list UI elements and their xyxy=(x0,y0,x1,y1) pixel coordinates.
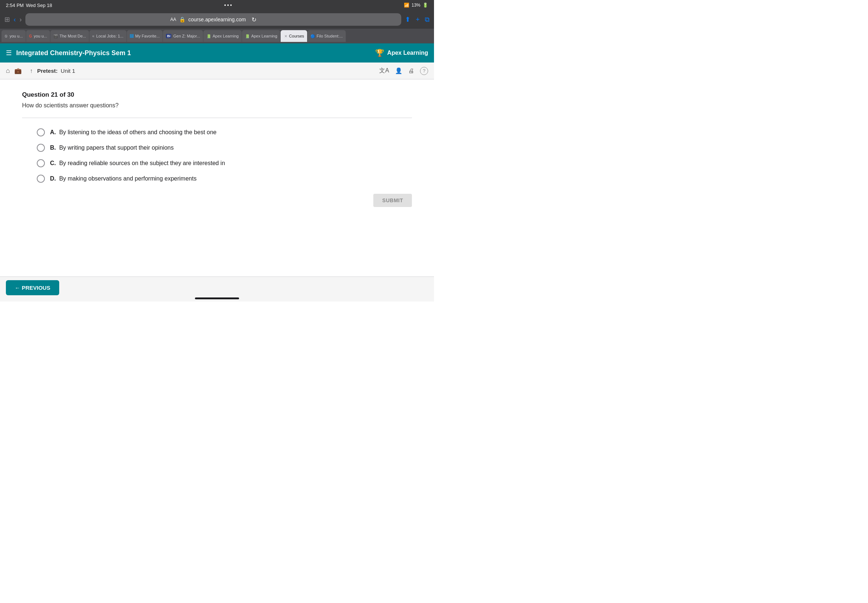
radio-c[interactable] xyxy=(37,159,45,167)
url-display[interactable]: course.apexlearning.com xyxy=(188,17,246,22)
battery-display: 13% xyxy=(412,3,420,8)
tab-favicon-4: ≈ xyxy=(92,34,94,38)
apex-logo-text: Apex Learning xyxy=(387,49,428,56)
reload-button[interactable]: ↻ xyxy=(252,16,256,23)
text-size-button[interactable]: AA xyxy=(170,17,176,22)
option-c-content: By reading reliable sources on the subje… xyxy=(59,160,225,166)
forward-button[interactable]: › xyxy=(20,16,22,23)
tab-favicon-8: 📗 xyxy=(245,34,249,38)
unit-label: Unit 1 xyxy=(61,68,75,74)
print-button[interactable]: 🖨 xyxy=(408,68,414,74)
tab-2[interactable]: G you u... xyxy=(26,30,50,42)
toolbar: ⌂ 💼 ↑ Pretest: Unit 1 文A 👤 🖨 ? xyxy=(0,62,434,79)
status-center xyxy=(224,5,232,6)
option-d-content: By making observations and performing ex… xyxy=(59,175,197,182)
tab-favicon-7: 📗 xyxy=(206,34,211,38)
app-header: ☰ Integrated Chemistry-Physics Sem 1 🏆 A… xyxy=(0,43,434,62)
options-list: A. By listening to the ideas of others a… xyxy=(22,128,412,183)
tab-bar: ① you u... G you u... 🎬 The Most De... ≈… xyxy=(0,29,434,43)
tab-favicon-3: 🎬 xyxy=(53,34,58,38)
time-display: 2:54 PM xyxy=(6,3,23,8)
option-b-text: B. By writing papers that support their … xyxy=(50,144,173,151)
translate-button[interactable]: 文A xyxy=(379,67,389,75)
option-d[interactable]: D. By making observations and performing… xyxy=(37,175,412,183)
question-text: How do scientists answer questions? xyxy=(22,102,412,109)
browser-controls: ⊞ ‹ › xyxy=(5,15,22,23)
toolbar-left: ⌂ 💼 ↑ Pretest: Unit 1 xyxy=(6,67,75,75)
toolbar-right: 文A 👤 🖨 ? xyxy=(379,67,428,75)
radio-b[interactable] xyxy=(37,144,45,152)
person-button[interactable]: 👤 xyxy=(395,67,402,74)
dot2 xyxy=(227,5,229,6)
tab-9[interactable]: ✕ Courses xyxy=(281,30,307,42)
bottom-bar: ← PREVIOUS xyxy=(0,277,434,302)
briefcase-button[interactable]: 💼 xyxy=(14,67,22,74)
tab-favicon-10: 🔵 xyxy=(310,34,315,38)
tab-label-8: Apex Learning xyxy=(251,34,277,38)
option-b-letter: B. xyxy=(50,144,56,151)
share-button[interactable]: ⬆ xyxy=(405,15,410,23)
dot3 xyxy=(230,5,232,6)
main-content: Question 21 of 30 How do scientists answ… xyxy=(0,79,434,219)
option-c-letter: C. xyxy=(50,160,56,166)
option-c[interactable]: C. By reading reliable sources on the su… xyxy=(37,159,412,167)
submit-button[interactable]: SUBMIT xyxy=(373,194,412,207)
battery-icon: 🔋 xyxy=(422,3,428,8)
option-d-letter: D. xyxy=(50,175,56,182)
tab-10[interactable]: 🔵 Filo Student:... xyxy=(308,30,346,42)
apex-logo-icon: 🏆 xyxy=(375,48,384,57)
back-nav-button[interactable]: ↑ xyxy=(30,68,33,74)
browser-actions: ⬆ + ⧉ xyxy=(405,15,430,23)
tab-7[interactable]: 📗 Apex Learning xyxy=(203,30,241,42)
radio-d[interactable] xyxy=(37,175,45,183)
apex-logo: 🏆 Apex Learning xyxy=(375,48,428,57)
status-right: 📶 13% 🔋 xyxy=(404,3,428,8)
tab-favicon-5: 🅿 xyxy=(130,34,133,38)
app-header-left: ☰ Integrated Chemistry-Physics Sem 1 xyxy=(6,49,131,57)
tab-favicon-1: ① xyxy=(5,34,8,38)
sidebar-toggle-button[interactable]: ⊞ xyxy=(5,15,10,23)
option-a-content: By listening to the ideas of others and … xyxy=(59,129,217,135)
tab-6[interactable]: BI Gen Z: Major... xyxy=(163,30,203,42)
pretest-strong: Pretest: xyxy=(37,68,58,74)
tabs-button[interactable]: ⧉ xyxy=(425,16,430,23)
tab-label-10: Filo Student:... xyxy=(317,34,343,38)
option-a[interactable]: A. By listening to the ideas of others a… xyxy=(37,128,412,136)
option-d-text: D. By making observations and performing… xyxy=(50,175,196,182)
browser-bar: ⊞ ‹ › AA 🔒 course.apexlearning.com ↻ ⬆ +… xyxy=(0,10,434,29)
tab-favicon-2: G xyxy=(29,34,32,38)
address-bar[interactable]: AA 🔒 course.apexlearning.com ↻ xyxy=(25,13,401,26)
pretest-label: Pretest: Unit 1 xyxy=(37,68,75,74)
tab-label-1: you u... xyxy=(9,34,23,38)
option-a-letter: A. xyxy=(50,129,56,135)
tab-4[interactable]: ≈ Local Jobs: 1... xyxy=(90,30,127,42)
date-display: Wed Sep 18 xyxy=(26,3,52,8)
home-indicator xyxy=(195,297,239,299)
lock-icon: 🔒 xyxy=(179,17,186,22)
back-button[interactable]: ‹ xyxy=(14,16,16,23)
tab-5[interactable]: 🅿 My Favorite... xyxy=(127,30,163,42)
tab-label-3: The Most De... xyxy=(60,34,86,38)
option-b[interactable]: B. By writing papers that support their … xyxy=(37,144,412,152)
tab-label-5: My Favorite... xyxy=(135,34,160,38)
tab-close-9[interactable]: ✕ xyxy=(284,34,287,38)
app-title: Integrated Chemistry-Physics Sem 1 xyxy=(16,49,131,57)
dot1 xyxy=(224,5,226,6)
menu-button[interactable]: ☰ xyxy=(6,49,12,57)
radio-a[interactable] xyxy=(37,128,45,136)
tab-8[interactable]: 📗 Apex Learning xyxy=(242,30,280,42)
help-button[interactable]: ? xyxy=(420,67,428,75)
home-button[interactable]: ⌂ xyxy=(6,67,10,75)
tab-label-9: Courses xyxy=(289,34,304,38)
wifi-icon: 📶 xyxy=(404,3,409,8)
option-c-text: C. By reading reliable sources on the su… xyxy=(50,160,225,167)
status-bar: 2:54 PM Wed Sep 18 📶 13% 🔋 xyxy=(0,0,434,10)
tab-1[interactable]: ① you u... xyxy=(2,30,26,42)
new-tab-button[interactable]: + xyxy=(416,16,420,23)
question-divider xyxy=(22,118,412,118)
tab-3[interactable]: 🎬 The Most De... xyxy=(50,30,89,42)
tab-label-4: Local Jobs: 1... xyxy=(96,34,124,38)
submit-area: SUBMIT xyxy=(22,194,412,207)
tab-label-6: Gen Z: Major... xyxy=(173,34,200,38)
previous-button[interactable]: ← PREVIOUS xyxy=(6,280,59,295)
